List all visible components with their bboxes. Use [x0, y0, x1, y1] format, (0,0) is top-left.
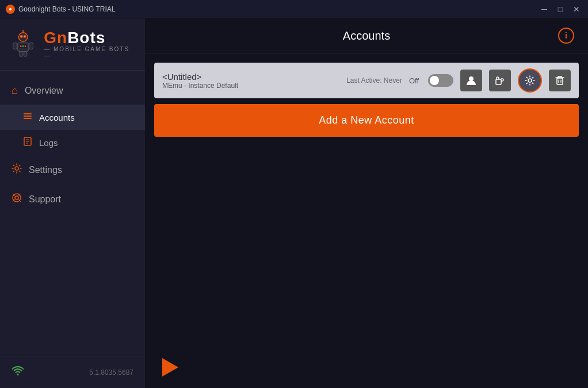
- sidebar-label-overview: Overview: [25, 86, 63, 96]
- account-card: <Untitled> MEmu - Instance Default Last …: [154, 63, 579, 98]
- svg-rect-14: [19, 52, 22, 57]
- toggle-label: Off: [409, 76, 419, 85]
- sidebar-item-settings[interactable]: Settings: [0, 155, 145, 185]
- sidebar-item-overview[interactable]: ⌂ Overview: [0, 76, 145, 105]
- svg-rect-19: [24, 113, 25, 114]
- bottom-bar: [159, 356, 182, 379]
- logo-gn: Gn: [44, 29, 67, 47]
- play-button[interactable]: [159, 356, 182, 379]
- info-icon-button[interactable]: i: [558, 28, 574, 44]
- minimize-button[interactable]: ─: [539, 3, 550, 15]
- svg-point-31: [17, 374, 19, 375]
- content-header: Accounts i: [145, 18, 588, 53]
- svg-point-6: [22, 30, 24, 32]
- nav-section: ⌂ Overview Accounts: [0, 71, 145, 356]
- robot-logo: [9, 30, 37, 59]
- svg-point-10: [22, 45, 24, 47]
- sidebar-label-logs: Logs: [39, 138, 58, 148]
- sidebar-item-accounts[interactable]: Accounts: [0, 105, 145, 130]
- account-plugin-button[interactable]: [489, 70, 511, 91]
- window-controls: ─ □ ✕: [539, 3, 582, 15]
- close-button[interactable]: ✕: [571, 3, 582, 15]
- wifi-icon: [12, 366, 24, 379]
- content-body: <Untitled> MEmu - Instance Default Last …: [145, 53, 588, 388]
- svg-point-24: [15, 167, 18, 170]
- svg-point-11: [25, 45, 26, 47]
- svg-rect-12: [13, 43, 17, 49]
- play-triangle-icon: [162, 358, 178, 377]
- version-text: 5.1.8035.5687: [89, 368, 133, 377]
- svg-point-3: [21, 36, 22, 37]
- sidebar-label-accounts: Accounts: [39, 113, 75, 122]
- settings-icon: [12, 163, 22, 176]
- svg-point-0: [18, 33, 27, 41]
- svg-rect-35: [557, 78, 563, 84]
- svg-point-9: [20, 45, 22, 47]
- support-icon: [12, 193, 22, 206]
- logo-subtitle: — Mobile Game Bots —: [44, 46, 136, 59]
- account-info: <Untitled> MEmu - Instance Default: [162, 72, 339, 90]
- add-account-button[interactable]: Add a New Account: [154, 104, 579, 137]
- svg-point-32: [469, 76, 474, 81]
- accounts-icon: [23, 112, 32, 123]
- svg-rect-17: [24, 116, 32, 117]
- account-last-active: Last Active: Never: [346, 76, 402, 84]
- svg-point-4: [24, 36, 25, 37]
- account-name: <Untitled>: [162, 72, 339, 82]
- sidebar-item-logs[interactable]: Logs: [0, 130, 145, 155]
- logo-bots: Bots: [67, 29, 105, 47]
- svg-rect-15: [24, 52, 27, 57]
- main-content: Accounts i <Untitled> MEmu - Instance De…: [145, 18, 588, 388]
- logs-icon: [23, 137, 32, 148]
- home-icon: ⌂: [12, 84, 18, 97]
- svg-rect-16: [24, 113, 32, 114]
- sidebar: GnBots — Mobile Game Bots — ⌂ Overview: [0, 18, 145, 388]
- logo-name: GnBots: [44, 30, 136, 46]
- logo-text: GnBots — Mobile Game Bots —: [44, 30, 136, 59]
- app-container: GnBots — Mobile Game Bots — ⌂ Overview: [0, 18, 588, 388]
- account-settings-button[interactable]: [518, 68, 542, 93]
- svg-point-34: [528, 79, 532, 82]
- account-instance: MEmu - Instance Default: [162, 82, 339, 90]
- page-title: Accounts: [175, 29, 558, 43]
- account-user-button[interactable]: [460, 70, 482, 91]
- account-delete-button[interactable]: [549, 70, 571, 91]
- svg-rect-18: [24, 118, 32, 119]
- titlebar: ● Goodnight Bots - USING TRIAL ─ □ ✕: [0, 0, 588, 18]
- titlebar-left: ● Goodnight Bots - USING TRIAL: [6, 5, 116, 14]
- app-icon: ●: [6, 5, 15, 14]
- svg-rect-33: [496, 79, 501, 84]
- sidebar-label-settings: Settings: [29, 165, 62, 175]
- account-toggle[interactable]: [428, 74, 453, 87]
- sidebar-bottom: 5.1.8035.5687: [0, 356, 145, 388]
- sidebar-label-support: Support: [29, 194, 61, 205]
- maximize-button[interactable]: □: [555, 3, 566, 15]
- svg-rect-13: [29, 43, 33, 49]
- logo-area: GnBots — Mobile Game Bots —: [0, 18, 145, 71]
- sidebar-item-support[interactable]: Support: [0, 185, 145, 214]
- svg-point-26: [15, 196, 18, 199]
- titlebar-title: Goodnight Bots - USING TRIAL: [18, 5, 116, 13]
